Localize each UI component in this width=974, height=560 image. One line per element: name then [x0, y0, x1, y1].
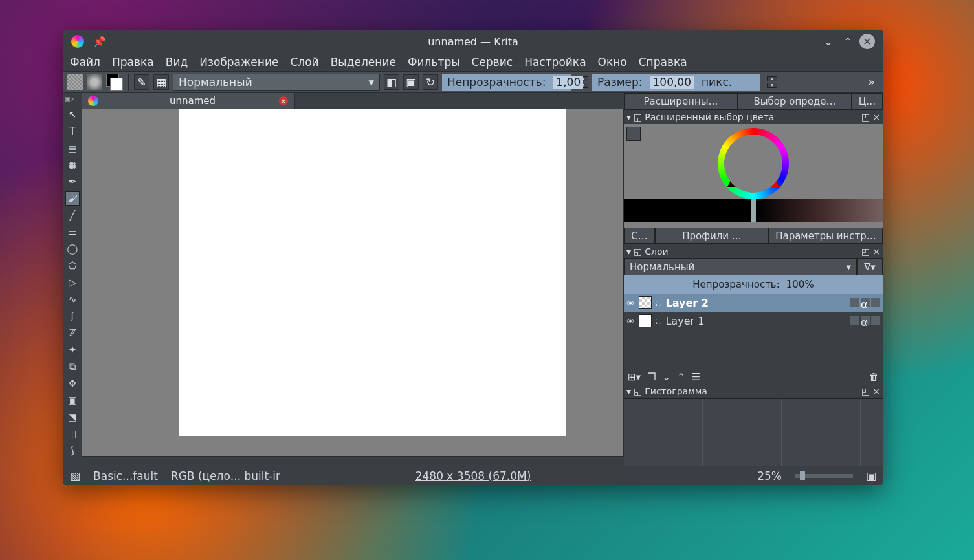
- color-selector[interactable]: [624, 124, 883, 228]
- duplicate-layer-icon[interactable]: ❐: [647, 371, 656, 383]
- collapse-icon[interactable]: ▾: [626, 112, 631, 122]
- minimize-icon[interactable]: ⌄: [821, 34, 836, 49]
- eraser-mode-icon[interactable]: ◧: [384, 74, 399, 90]
- collapse-icon[interactable]: ▾: [626, 246, 631, 257]
- brush-editor-icon[interactable]: ✎: [134, 74, 149, 90]
- tool-crop[interactable]: ⧉: [65, 360, 80, 374]
- layer-blend-combo[interactable]: Нормальный ▾: [624, 259, 857, 275]
- float-icon[interactable]: ◱: [634, 112, 642, 122]
- float-icon[interactable]: ◱: [634, 246, 642, 257]
- toolbar-overflow-icon[interactable]: »: [865, 76, 879, 89]
- maximize-icon[interactable]: ⌃: [840, 34, 856, 49]
- collapse-icon[interactable]: ▾: [626, 386, 631, 396]
- menu-window[interactable]: Окно: [598, 56, 627, 69]
- reload-preset-icon[interactable]: ↻: [423, 74, 438, 90]
- color-triangle[interactable]: [727, 140, 779, 187]
- tab-specific-color[interactable]: Выбор опреде…: [738, 93, 852, 109]
- color-panel-title[interactable]: ▾ ◱ Расширенный выбор цвета ◰ ×: [624, 110, 883, 124]
- visibility-icon[interactable]: [626, 297, 635, 309]
- tool-color-picker[interactable]: ✒: [65, 175, 80, 189]
- panel-close-icon[interactable]: ×: [872, 386, 880, 396]
- tab-color-short[interactable]: Ц…: [852, 93, 883, 109]
- zoom-slider[interactable]: [795, 474, 853, 478]
- layer-opacity-slider[interactable]: Непрозрачность: 100%: [624, 275, 883, 294]
- tool-freehand-path[interactable]: ʃ: [65, 309, 80, 323]
- tab-profiles[interactable]: Профили …: [655, 228, 769, 244]
- float-icon[interactable]: ◱: [634, 386, 642, 396]
- add-layer-icon[interactable]: ⊞▾: [628, 371, 641, 383]
- tool-measure[interactable]: ⟆: [65, 444, 80, 458]
- tab-tool-options[interactable]: Параметры инстр…: [769, 228, 883, 244]
- size-spin[interactable]: ▴▾: [767, 76, 777, 88]
- menu-select[interactable]: Выделение: [331, 56, 396, 69]
- layer-filter-icon[interactable]: ∇▾: [857, 259, 883, 275]
- tab-close-icon[interactable]: ×: [279, 96, 288, 105]
- opacity-slider[interactable]: Непрозрачность: 1,00: [442, 74, 571, 91]
- menu-tools[interactable]: Сервис: [472, 56, 513, 69]
- pattern-preset-icon[interactable]: [87, 74, 102, 90]
- layer-up-icon[interactable]: ⌃: [677, 371, 685, 383]
- layer-row[interactable]: ⬚ Layer 1 α: [624, 312, 883, 330]
- alpha-lock-icon[interactable]: ▣: [403, 74, 419, 90]
- undock-icon[interactable]: ◰: [861, 386, 870, 396]
- document-tab[interactable]: unnamed ×: [82, 93, 295, 109]
- tool-gradient[interactable]: ▤: [65, 141, 80, 155]
- layer-down-icon[interactable]: ⌄: [663, 371, 671, 383]
- tool-text[interactable]: T: [65, 124, 80, 138]
- selection-mode-icon[interactable]: ▧: [70, 469, 80, 482]
- undock-icon[interactable]: ◰: [861, 112, 870, 122]
- menu-help[interactable]: Справка: [639, 56, 687, 69]
- titlebar[interactable]: 📌 unnamed — Krita ⌄ ⌃ ✕: [63, 30, 883, 53]
- panel-close-icon[interactable]: ×: [872, 112, 880, 122]
- menu-file[interactable]: Файл: [70, 56, 100, 69]
- zoom-full-icon[interactable]: ▣: [866, 469, 876, 482]
- toolbox-header[interactable]: ▣×: [65, 96, 80, 105]
- tool-polygon[interactable]: ▷: [65, 275, 80, 290]
- tool-line[interactable]: ╱: [65, 208, 80, 222]
- color-wheel[interactable]: [718, 128, 789, 199]
- pin-icon[interactable]: 📌: [93, 36, 106, 48]
- tab-layers-short[interactable]: С…: [624, 228, 655, 244]
- size-slider[interactable]: Размер: 100,00 пикс.: [592, 74, 760, 91]
- tool-brush[interactable]: 🖌: [65, 191, 80, 206]
- blend-mode-combo[interactable]: Нормальный ▾: [173, 74, 380, 91]
- tool-rectangle[interactable]: ▭: [65, 225, 80, 239]
- layer-row[interactable]: ⬚ Layer 2 α: [624, 294, 883, 312]
- tool-move[interactable]: ✥: [65, 376, 80, 391]
- menu-settings[interactable]: Настройка: [524, 56, 586, 69]
- menu-view[interactable]: Вид: [166, 56, 188, 69]
- menu-edit[interactable]: Правка: [112, 56, 154, 69]
- status-zoom[interactable]: 25%: [757, 469, 782, 482]
- tool-ellipse[interactable]: ◯: [65, 242, 80, 256]
- tool-assistants[interactable]: ◫: [65, 427, 80, 441]
- layer-locks[interactable]: α: [850, 316, 880, 325]
- close-icon[interactable]: ✕: [859, 34, 875, 49]
- layer-name[interactable]: Layer 2: [665, 297, 708, 309]
- layers-panel-title[interactable]: ▾ ◱ Слои ◰ ×: [624, 244, 883, 259]
- tool-bezier[interactable]: ∿: [65, 292, 80, 307]
- visibility-icon[interactable]: [626, 315, 635, 327]
- undock-icon[interactable]: ◰: [861, 246, 870, 257]
- histogram-panel-title[interactable]: ▾ ◱ Гистограмма ◰ ×: [624, 384, 883, 398]
- layer-locks[interactable]: α: [850, 298, 880, 307]
- layer-properties-icon[interactable]: ☰: [692, 371, 700, 383]
- tool-multibrush[interactable]: ✦: [65, 343, 80, 357]
- horizontal-scrollbar[interactable]: [82, 457, 624, 466]
- tool-pattern[interactable]: ▦: [65, 158, 80, 172]
- delete-layer-icon[interactable]: 🗑: [869, 371, 879, 383]
- tool-dyna[interactable]: ℤ: [65, 326, 80, 340]
- status-brush[interactable]: Basic...fault: [93, 469, 158, 482]
- layer-name[interactable]: Layer 1: [665, 315, 704, 327]
- tool-polyline[interactable]: ⬠: [65, 259, 80, 273]
- gradient-preset-icon[interactable]: [67, 74, 83, 90]
- brush-presets-icon[interactable]: ▦: [153, 74, 169, 90]
- canvas[interactable]: [179, 109, 566, 436]
- tab-advanced-color[interactable]: Расширенны…: [624, 93, 738, 109]
- status-color-profile[interactable]: RGB (цело... built-ir: [171, 469, 280, 482]
- color-history-icon[interactable]: [626, 127, 641, 141]
- menu-layer[interactable]: Слой: [290, 56, 318, 69]
- tool-transform[interactable]: ▣: [65, 393, 80, 407]
- tool-fill[interactable]: ⬔: [65, 410, 80, 424]
- panel-close-icon[interactable]: ×: [872, 246, 880, 257]
- menu-image[interactable]: Изображение: [199, 56, 278, 69]
